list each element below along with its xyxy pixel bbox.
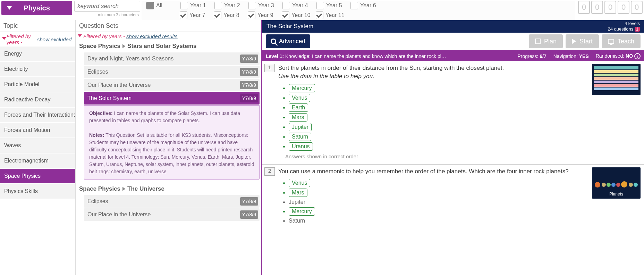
qset-item-title: Our Place in the Universe <box>87 82 151 88</box>
search-input[interactable] <box>74 1 140 12</box>
qset-item-title: Day and Night, Years and Seasons <box>87 56 173 62</box>
year-tag: Y7/8/9 <box>240 81 258 89</box>
topic-item[interactable]: Particle Model <box>0 77 75 92</box>
question-number[interactable]: 2 <box>264 167 275 176</box>
counter-box: 0 <box>631 1 643 14</box>
question-text: You can use a mnemonic to help you remem… <box>278 167 588 176</box>
year-tag: Y7/8/9 <box>240 94 258 102</box>
year-tag: Y7/8/9 <box>240 210 258 219</box>
teach-button[interactable]: Teach <box>602 34 641 48</box>
counter-box: 0 <box>604 1 616 14</box>
year-checkbox[interactable] <box>248 2 256 9</box>
plan-button[interactable]: Plan <box>529 34 563 48</box>
year-tag: Y7/8/9 <box>240 68 258 76</box>
topic-item[interactable]: Physics Skills <box>0 184 75 199</box>
year-checkbox[interactable] <box>316 2 324 9</box>
info-icon[interactable]: i <box>634 53 641 59</box>
qset-breadcrumb: Space Physics The Universe <box>76 183 261 194</box>
answer-option: Mars <box>289 113 588 122</box>
year-checkbox[interactable] <box>180 2 188 9</box>
question-row: 2 You can use a mnemonic to help you rem… <box>262 165 644 232</box>
year-checkbox[interactable] <box>214 11 221 19</box>
topic-item[interactable]: Radioactive Decay <box>0 92 75 108</box>
topic-item[interactable]: Electricity <box>0 62 75 77</box>
subject-dropdown[interactable]: Physics <box>1 1 72 15</box>
show-excluded-link[interactable]: show excluded results <box>37 36 73 42</box>
answer-option: Uranus <box>289 142 588 151</box>
question-thumbnail: Planets <box>592 167 641 199</box>
answer-option: Jupiter <box>289 123 588 131</box>
year-all-checkbox[interactable] <box>146 2 154 9</box>
question-text: Sort the planets in order of their dista… <box>278 64 588 81</box>
answer-option: Saturn <box>289 133 588 141</box>
answer-option: Mercury <box>289 207 588 216</box>
qset-item-title: Our Place in the Universe <box>87 211 151 218</box>
topic-filter-note: Filtered by years - show excluded result… <box>0 32 75 47</box>
wrench-icon <box>271 39 276 44</box>
min-chars-note: minimum 3 characters <box>74 12 140 17</box>
presentation-icon <box>608 39 614 44</box>
year-checkbox[interactable] <box>282 2 290 9</box>
year-tag: Y7/8/9 <box>240 197 258 206</box>
year-label: Year 1 <box>190 2 211 9</box>
subject-label: Physics <box>24 4 50 12</box>
year-checkbox[interactable] <box>282 11 289 19</box>
qset-item[interactable]: Day and Night, Years and SeasonsY7/8/9 <box>84 52 260 65</box>
topic-header: Topic <box>0 20 75 32</box>
topic-item[interactable]: Space Physics <box>0 169 75 184</box>
qset-breadcrumb: Space Physics Stars and Solar Systems <box>76 41 261 52</box>
year-label: Year 7 <box>189 12 210 18</box>
qset-item-title: Eclipses <box>87 198 108 205</box>
chevron-down-icon <box>7 6 12 10</box>
year-checkbox[interactable] <box>350 2 358 9</box>
topic-item[interactable]: Forces and Motion <box>0 123 75 138</box>
year-checkbox[interactable] <box>214 2 222 9</box>
qset-title: The Solar System <box>266 23 313 30</box>
year-label: Year 3 <box>258 2 279 9</box>
answer-option: Mars <box>289 189 588 197</box>
chevron-right-icon <box>122 187 125 191</box>
year-label: Year 10 <box>291 12 312 18</box>
calendar-icon <box>535 39 541 44</box>
year-tag: Y7/8/9 <box>240 55 258 63</box>
qset-item[interactable]: Our Place in the UniverseY7/8/9 <box>84 208 260 221</box>
count-bubble: 1 <box>635 27 640 32</box>
filter-icon <box>2 37 5 41</box>
qset-item[interactable]: EclipsesY7/8/9 <box>84 66 260 78</box>
year-all-label: All <box>156 2 177 9</box>
start-button[interactable]: Start <box>566 34 599 48</box>
question-number[interactable]: 1 <box>264 64 275 72</box>
show-excluded-link[interactable]: show excluded results <box>126 33 178 39</box>
chevron-right-icon <box>122 44 125 48</box>
answer-option: Venus <box>289 179 588 187</box>
counter-box: 0 <box>578 1 590 14</box>
year-checkbox[interactable] <box>316 11 323 19</box>
answer-note: Answers shown in correct order <box>285 153 588 159</box>
advanced-button[interactable]: Advanced <box>266 34 310 48</box>
year-label: Year 2 <box>224 2 245 9</box>
play-icon <box>572 39 576 44</box>
question-thumbnail <box>592 64 641 95</box>
topic-item[interactable]: Energy <box>0 47 75 62</box>
answer-option: Mercury <box>289 84 588 92</box>
year-label: Year 5 <box>326 2 347 9</box>
topic-item[interactable]: Waves <box>0 138 75 153</box>
topic-item[interactable]: Electromagnetism <box>0 153 75 169</box>
counter-box: 0 <box>591 1 603 14</box>
year-label: Year 11 <box>325 12 346 18</box>
qset-meta: 4 levels 24 questions1 <box>608 21 640 32</box>
year-label: Year 9 <box>257 12 278 18</box>
year-checkbox[interactable] <box>248 11 255 19</box>
question-row: 1 Sort the planets in order of their dis… <box>262 61 644 165</box>
qset-item[interactable]: Our Place in the UniverseY7/8/9 <box>84 79 260 91</box>
year-filter: AllYear 1Year 2Year 3Year 4Year 5Year 6 … <box>142 1 575 20</box>
qset-item-title: Eclipses <box>87 69 108 75</box>
qset-item[interactable]: EclipsesY7/8/9 <box>84 195 260 208</box>
topic-item[interactable]: Forces and Their Interactions <box>0 108 75 123</box>
qset-item[interactable]: The Solar SystemY7/8/9 <box>84 92 260 105</box>
filter-icon <box>78 34 82 39</box>
answer-option: Earth <box>289 103 588 112</box>
year-checkbox[interactable] <box>180 11 187 19</box>
answer-option: Jupiter <box>289 198 588 206</box>
qset-item-title: The Solar System <box>87 95 132 101</box>
